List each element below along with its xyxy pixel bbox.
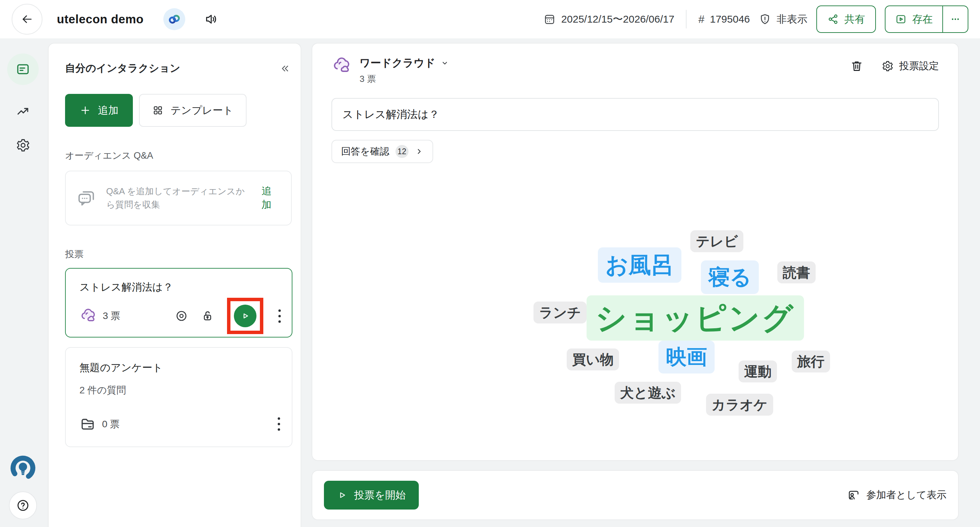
cloud-word: テレビ xyxy=(690,230,743,252)
cloud-word: ランチ xyxy=(533,302,587,323)
poll-settings-button[interactable]: 投票設定 xyxy=(881,59,939,73)
page-title: utelecon demo xyxy=(57,12,143,26)
qa-section-label: オーディエンス Q&A xyxy=(65,149,290,162)
start-voting-label: 投票を開始 xyxy=(354,488,406,502)
event-code-value: 1795046 xyxy=(710,13,750,25)
interactions-icon xyxy=(16,62,30,77)
present-label: 存在 xyxy=(912,12,933,26)
poll-menu-button[interactable] xyxy=(276,307,283,325)
survey-menu-button[interactable] xyxy=(276,415,282,433)
poll-votes: 3 票 xyxy=(103,310,120,323)
rail-bottom xyxy=(0,454,46,519)
qa-prompt-text: Q&A を追加してオーディエンスから質問を収集 xyxy=(106,185,252,211)
collapse-panel-button[interactable] xyxy=(279,63,290,74)
slido-logo xyxy=(9,454,37,482)
cloud-word: 運動 xyxy=(738,361,777,382)
toggle-results-visibility-button[interactable] xyxy=(175,310,188,323)
shield-alert-icon xyxy=(759,13,771,26)
qa-empty-card: Q&A を追加してオーディエンスから質問を収集 追加 xyxy=(65,171,292,225)
bottom-action-bar: 投票を開始 参加者として表示 xyxy=(312,470,959,520)
participant-view-icon xyxy=(847,489,860,501)
add-label: 追加 xyxy=(98,104,118,118)
chat-bubbles-icon xyxy=(76,188,97,208)
present-split-button: 存在 xyxy=(885,5,968,33)
play-icon xyxy=(240,311,250,321)
poll-type-dropdown[interactable]: ワードクラウド xyxy=(360,56,450,70)
top-bar-meta: 2025/12/15〜2026/06/17 # 1795046 非表示 共有 存… xyxy=(543,5,968,33)
announcement-icon[interactable] xyxy=(204,12,218,26)
lock-voting-button[interactable] xyxy=(201,310,214,323)
word-cloud-icon xyxy=(80,307,97,324)
share-button[interactable]: 共有 xyxy=(816,5,876,33)
rail-interactions-item[interactable] xyxy=(7,53,39,85)
review-label: 回答を確認 xyxy=(341,145,389,158)
calendar-icon xyxy=(543,13,556,26)
present-icon xyxy=(895,13,907,25)
cloud-word: 寝る xyxy=(701,260,759,294)
hash-icon: # xyxy=(698,13,704,26)
polls-section-label: 投票 xyxy=(65,248,290,260)
eye-icon xyxy=(175,310,188,323)
template-label: テンプレート xyxy=(170,104,234,118)
start-voting-button[interactable]: 投票を開始 xyxy=(324,481,419,509)
delete-poll-button[interactable] xyxy=(850,59,864,73)
divider xyxy=(686,10,687,29)
poll-card-survey[interactable]: 無題のアンケート 2 件の質問 0 票 xyxy=(65,347,293,447)
unlocked-padlock-icon xyxy=(201,310,214,323)
cloud-word: 旅行 xyxy=(792,351,830,372)
gear-icon xyxy=(16,138,30,153)
survey-folder-icon xyxy=(80,416,96,433)
event-dates: 2025/12/15〜2026/06/17 xyxy=(543,12,674,26)
chevron-right-icon xyxy=(415,147,423,156)
start-poll-button[interactable] xyxy=(234,305,256,327)
survey-votes: 0 票 xyxy=(102,418,119,431)
cloud-word: 犬と遊ぶ xyxy=(615,382,681,404)
cloud-word: 読書 xyxy=(777,262,816,283)
cloud-word: カラオケ xyxy=(706,394,773,416)
interactions-panel: 自分のインタラクション 追加 テンプレート オーディエンス Q&A Q&A を追… xyxy=(48,43,301,527)
survey-question-count: 2 件の質問 xyxy=(80,384,282,397)
event-code: # 1795046 xyxy=(698,13,750,26)
word-cloud-type-icon xyxy=(331,56,351,76)
rail-settings-item[interactable] xyxy=(16,138,30,153)
poll-type-label: ワードクラウド xyxy=(360,56,435,70)
left-rail xyxy=(0,38,46,527)
qa-add-link[interactable]: 追加 xyxy=(262,184,281,212)
chevrons-left-icon xyxy=(279,63,290,74)
cloud-word: 映画 xyxy=(659,340,714,374)
slido-admin-page: { "colors": { "accent_green": "#1b7d3f",… xyxy=(0,0,980,527)
poll-settings-label: 投票設定 xyxy=(899,59,939,73)
template-grid-icon xyxy=(152,104,164,116)
trending-up-icon xyxy=(16,104,30,118)
ellipsis-icon xyxy=(950,14,961,25)
play-outline-icon xyxy=(337,490,347,500)
hidden-label: 非表示 xyxy=(776,12,807,26)
poll-question-input[interactable]: ストレス解消法は？ xyxy=(331,98,939,131)
survey-title: 無題のアンケート xyxy=(80,361,282,375)
poll-card-wordcloud[interactable]: ストレス解消法は？ 3 票 xyxy=(65,268,293,337)
settings-gear-icon xyxy=(881,60,894,72)
cloud-word: 買い物 xyxy=(567,348,619,370)
view-as-participant-label: 参加者として表示 xyxy=(866,488,947,502)
template-button[interactable]: テンプレート xyxy=(139,94,247,127)
poll-title: ストレス解消法は？ xyxy=(80,280,283,294)
question-mark-icon xyxy=(16,498,30,512)
rail-analytics-item[interactable] xyxy=(16,104,30,118)
word-cloud: テレビお風呂寝る読書ランチショッピング買い物映画運動旅行犬と遊ぶカラオケ xyxy=(313,193,958,457)
poll-vote-count: 3 票 xyxy=(360,73,450,85)
add-interaction-button[interactable]: 追加 xyxy=(65,94,133,127)
view-as-participant-link[interactable]: 参加者として表示 xyxy=(847,488,947,502)
cloud-word: お風呂 xyxy=(598,248,681,283)
panel-title: 自分のインタラクション xyxy=(65,61,180,75)
share-label: 共有 xyxy=(845,12,865,26)
present-button[interactable]: 存在 xyxy=(886,6,942,32)
help-button[interactable] xyxy=(9,491,37,519)
more-actions-button[interactable] xyxy=(942,6,968,32)
review-answers-button[interactable]: 回答を確認 12 xyxy=(331,140,433,163)
hidden-status[interactable]: 非表示 xyxy=(759,12,807,26)
top-bar: utelecon demo 2025/12/15〜2026/06/17 # 17… xyxy=(0,0,980,38)
back-button[interactable] xyxy=(12,4,43,35)
webex-logo xyxy=(163,8,185,30)
share-icon xyxy=(827,13,839,25)
cloud-word: ショッピング xyxy=(587,295,804,340)
